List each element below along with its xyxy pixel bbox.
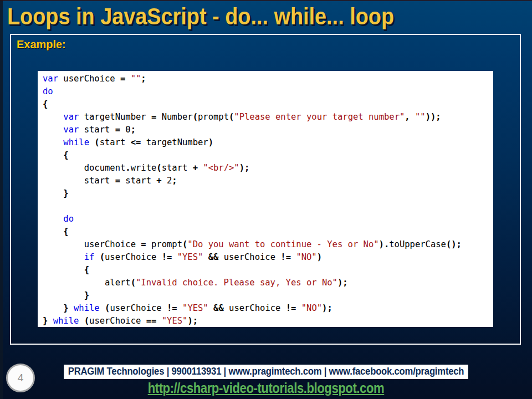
code-line: alert("Invalid choice. Please say, Yes o… bbox=[43, 277, 493, 289]
code-line: } while (userChoice == "YES"); bbox=[43, 315, 493, 327]
footer-contact-text: PRAGIM Technologies | 9900113931 | www.p… bbox=[64, 365, 468, 379]
code-line: do bbox=[43, 213, 493, 226]
blog-link[interactable]: http://csharp-video-tutorials.blogspot.c… bbox=[148, 380, 385, 397]
slide-top-edge bbox=[0, 0, 532, 1]
code-line: } bbox=[43, 289, 493, 302]
code-line: if (userChoice != "YES" && userChoice !=… bbox=[43, 251, 493, 264]
code-line: do bbox=[43, 85, 493, 98]
example-panel: Example: var userChoice = "";do{ var tar… bbox=[10, 34, 521, 345]
code-line: start = start + 2; bbox=[43, 175, 493, 187]
code-line: var targetNumber = Number(prompt("Please… bbox=[43, 111, 493, 124]
footer-link-row: http://csharp-video-tutorials.blogspot.c… bbox=[0, 380, 532, 397]
code-line: while (start <= targetNumber) bbox=[43, 136, 493, 149]
code-block: var userChoice = "";do{ var targetNumber… bbox=[38, 71, 493, 327]
slide-left-edge bbox=[0, 0, 3, 399]
code-line: { bbox=[43, 226, 493, 238]
code-line: { bbox=[43, 98, 493, 111]
code-line: var userChoice = ""; bbox=[43, 73, 493, 85]
code-line: document.write(start + "<br/>"); bbox=[43, 162, 493, 175]
code-line: var start = 0; bbox=[43, 124, 493, 136]
page-title: Loops in JavaScript - do... while... loo… bbox=[7, 3, 394, 30]
code-line: { bbox=[43, 264, 493, 277]
code-line bbox=[43, 200, 493, 213]
code-line: } bbox=[43, 187, 493, 200]
footer: PRAGIM Technologies | 9900113931 | www.p… bbox=[0, 365, 532, 379]
code-line: } while (userChoice != "YES" && userChoi… bbox=[43, 302, 493, 315]
code-line: { bbox=[43, 149, 493, 162]
example-label: Example: bbox=[17, 38, 66, 51]
code-line: userChoice = prompt("Do you want to cont… bbox=[43, 238, 493, 251]
